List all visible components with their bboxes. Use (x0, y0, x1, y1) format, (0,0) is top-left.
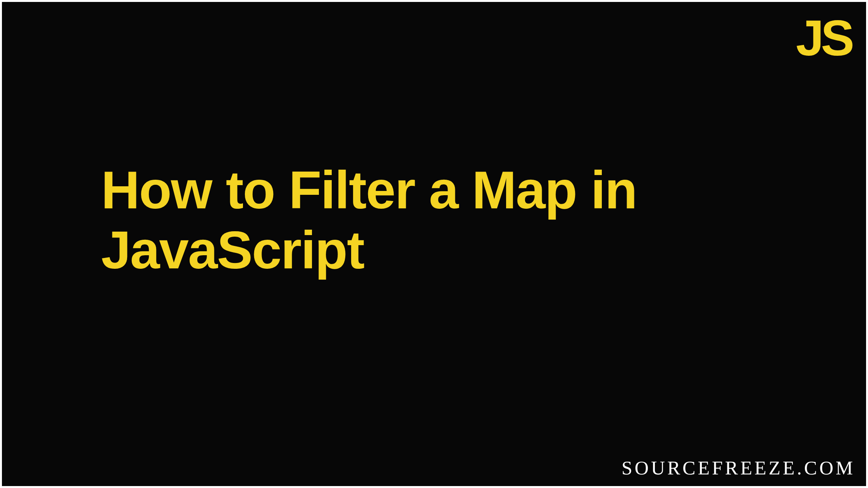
main-heading: How to Filter a Map in JavaScript (101, 160, 637, 280)
heading-line-1: How to Filter a Map in (101, 160, 637, 220)
js-logo: JS (796, 13, 851, 63)
poster-canvas: JS How to Filter a Map in JavaScript SOU… (2, 2, 866, 486)
heading-line-2: JavaScript (101, 220, 637, 280)
site-credit: SOURCEFREEZE.COM (622, 457, 855, 479)
